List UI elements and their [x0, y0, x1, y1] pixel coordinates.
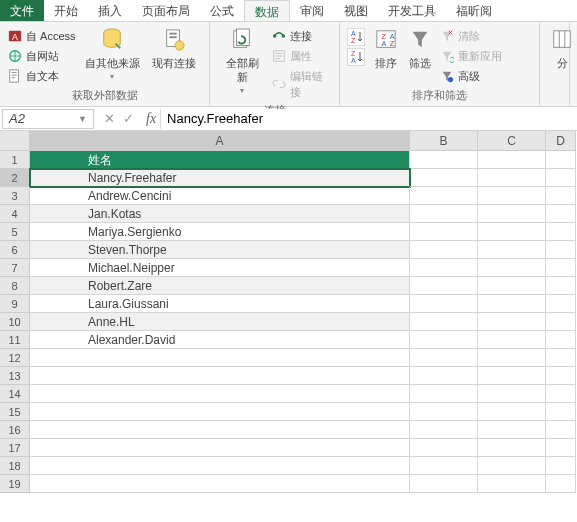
cell[interactable] — [546, 367, 576, 385]
tab-developer[interactable]: 开发工具 — [378, 0, 446, 21]
row-header[interactable]: 8 — [0, 277, 30, 295]
cell[interactable] — [478, 187, 546, 205]
cell[interactable] — [410, 475, 478, 493]
cell[interactable] — [410, 439, 478, 457]
col-header-D[interactable]: D — [546, 131, 576, 151]
row-header[interactable]: 3 — [0, 187, 30, 205]
refresh-all-button[interactable]: 全部刷新 ▾ — [215, 24, 269, 100]
cell[interactable] — [410, 385, 478, 403]
tab-file[interactable]: 文件 — [0, 0, 44, 21]
cell[interactable] — [410, 277, 478, 295]
cell[interactable]: Mariya.Sergienko — [30, 223, 410, 241]
cell[interactable] — [478, 259, 546, 277]
cell[interactable]: Andrew.Cencini — [30, 187, 410, 205]
row-header[interactable]: 1 — [0, 151, 30, 169]
cell[interactable] — [546, 259, 576, 277]
cell[interactable] — [410, 241, 478, 259]
cell[interactable] — [546, 457, 576, 475]
cell[interactable] — [546, 439, 576, 457]
row-header[interactable]: 7 — [0, 259, 30, 277]
tab-home[interactable]: 开始 — [44, 0, 88, 21]
row-header[interactable]: 17 — [0, 439, 30, 457]
cell[interactable] — [546, 421, 576, 439]
cancel-formula-icon[interactable]: ✕ — [104, 111, 115, 126]
tab-formula[interactable]: 公式 — [200, 0, 244, 21]
col-header-B[interactable]: B — [410, 131, 478, 151]
connections-button[interactable]: 连接 — [269, 26, 334, 46]
cell[interactable] — [478, 223, 546, 241]
cell[interactable] — [478, 331, 546, 349]
formula-input[interactable] — [160, 109, 577, 129]
cell[interactable] — [410, 349, 478, 367]
cell[interactable] — [546, 385, 576, 403]
cell[interactable] — [546, 187, 576, 205]
cell[interactable] — [546, 169, 576, 187]
cell[interactable] — [478, 421, 546, 439]
cell[interactable] — [546, 475, 576, 493]
row-header[interactable]: 2 — [0, 169, 30, 187]
cell[interactable] — [30, 457, 410, 475]
cell[interactable] — [30, 403, 410, 421]
cell[interactable] — [410, 331, 478, 349]
cell[interactable] — [546, 313, 576, 331]
text-to-columns-button[interactable]: 分 — [545, 24, 577, 72]
from-other-sources-button[interactable]: 自其他来源 ▾ — [79, 24, 146, 86]
cell[interactable] — [478, 241, 546, 259]
row-header[interactable]: 11 — [0, 331, 30, 349]
cell[interactable] — [478, 169, 546, 187]
cell[interactable] — [546, 223, 576, 241]
name-box[interactable]: A2 ▼ — [2, 109, 94, 129]
cell[interactable] — [410, 457, 478, 475]
cell[interactable] — [30, 349, 410, 367]
cell[interactable] — [30, 475, 410, 493]
cell[interactable] — [546, 295, 576, 313]
cell[interactable] — [478, 457, 546, 475]
cell[interactable] — [410, 313, 478, 331]
sort-asc-icon[interactable]: AZ — [347, 28, 365, 46]
cell[interactable] — [546, 403, 576, 421]
from-access-button[interactable]: A 自 Access — [5, 26, 79, 46]
row-header[interactable]: 15 — [0, 403, 30, 421]
cell[interactable] — [410, 367, 478, 385]
row-header[interactable]: 16 — [0, 421, 30, 439]
row-header[interactable]: 10 — [0, 313, 30, 331]
tab-view[interactable]: 视图 — [334, 0, 378, 21]
cell[interactable]: Anne.HL — [30, 313, 410, 331]
cell[interactable] — [30, 439, 410, 457]
cell[interactable] — [410, 205, 478, 223]
row-header[interactable]: 14 — [0, 385, 30, 403]
cell[interactable] — [478, 385, 546, 403]
cell[interactable] — [478, 475, 546, 493]
select-all-corner[interactable] — [0, 131, 30, 151]
cell[interactable] — [410, 151, 478, 169]
row-header[interactable]: 18 — [0, 457, 30, 475]
cell[interactable]: Steven.Thorpe — [30, 241, 410, 259]
cell[interactable] — [30, 385, 410, 403]
cell[interactable] — [546, 241, 576, 259]
accept-formula-icon[interactable]: ✓ — [123, 111, 134, 126]
cell[interactable] — [478, 439, 546, 457]
row-header[interactable]: 6 — [0, 241, 30, 259]
tab-review[interactable]: 审阅 — [290, 0, 334, 21]
cell[interactable] — [478, 151, 546, 169]
cell[interactable] — [30, 421, 410, 439]
edit-links-button[interactable]: 编辑链接 — [269, 66, 334, 102]
cell[interactable] — [410, 403, 478, 421]
clear-filter-button[interactable]: 清除 — [437, 26, 505, 46]
row-header[interactable]: 9 — [0, 295, 30, 313]
tab-foxit[interactable]: 福昕阅 — [446, 0, 502, 21]
properties-button[interactable]: 属性 — [269, 46, 334, 66]
cell[interactable] — [478, 367, 546, 385]
cell[interactable] — [410, 295, 478, 313]
cell[interactable] — [478, 403, 546, 421]
cell[interactable] — [478, 349, 546, 367]
row-header[interactable]: 5 — [0, 223, 30, 241]
tab-insert[interactable]: 插入 — [88, 0, 132, 21]
cell[interactable] — [410, 223, 478, 241]
cell[interactable]: Michael.Neipper — [30, 259, 410, 277]
cell[interactable] — [546, 349, 576, 367]
cell[interactable]: Alexander.David — [30, 331, 410, 349]
row-header[interactable]: 19 — [0, 475, 30, 493]
cell[interactable] — [546, 331, 576, 349]
reapply-button[interactable]: 重新应用 — [437, 46, 505, 66]
